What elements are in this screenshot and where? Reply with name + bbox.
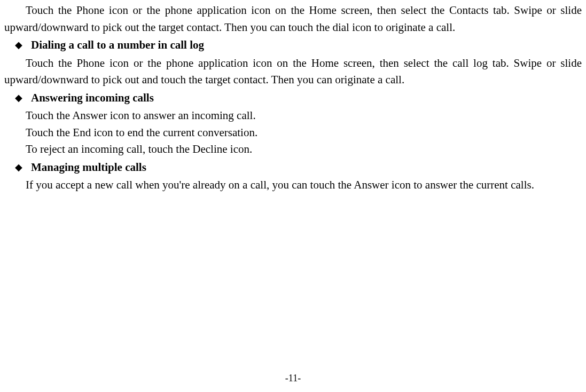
paragraph-end-icon: Touch the End icon to end the current co… bbox=[4, 124, 582, 142]
document-content: Touch the Phone icon or the phone applic… bbox=[4, 2, 582, 194]
diamond-bullet-icon: ◆ bbox=[15, 91, 22, 105]
heading-dialing-call-log: ◆ Dialing a call to a number in call log bbox=[15, 37, 582, 54]
page-number: -11- bbox=[0, 371, 586, 386]
heading-answering-calls: ◆ Answering incoming calls bbox=[15, 90, 582, 107]
paragraph-multiple-calls: If you accept a new call when you're alr… bbox=[4, 177, 582, 194]
heading-text-answering: Answering incoming calls bbox=[31, 90, 154, 107]
paragraph-contacts-tab: Touch the Phone icon or the phone applic… bbox=[4, 2, 582, 36]
paragraph-answer-icon: Touch the Answer icon to answer an incom… bbox=[4, 107, 582, 124]
diamond-bullet-icon: ◆ bbox=[15, 38, 22, 52]
diamond-bullet-icon: ◆ bbox=[15, 160, 22, 175]
heading-managing-calls: ◆ Managing multiple calls bbox=[15, 159, 582, 176]
heading-text-managing: Managing multiple calls bbox=[31, 159, 146, 176]
heading-text-dialing: Dialing a call to a number in call log bbox=[31, 37, 204, 54]
paragraph-call-log: Touch the Phone icon or the phone applic… bbox=[4, 55, 582, 89]
paragraph-decline-icon: To reject an incoming call, touch the De… bbox=[4, 141, 582, 158]
